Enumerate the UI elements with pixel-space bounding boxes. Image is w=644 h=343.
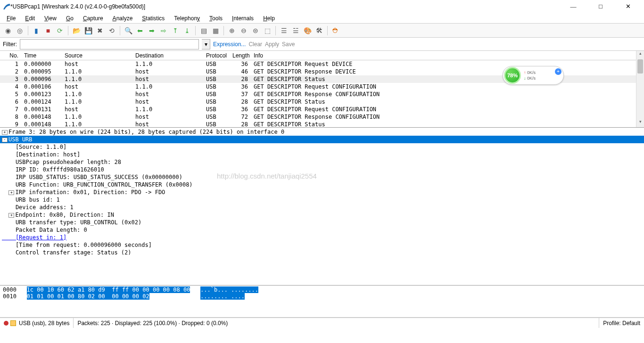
menu-help[interactable]: Help <box>259 14 279 23</box>
detail-line[interactable]: [Source: 1.1.0] <box>0 143 644 151</box>
menu-file[interactable]: File <box>3 14 19 23</box>
statusbar: USB (usb), 28 bytes Packets: 225 · Displ… <box>0 318 644 328</box>
minimize-button[interactable]: — <box>564 3 583 10</box>
maximize-button[interactable]: □ <box>591 3 610 10</box>
hex-row-0[interactable]: 0000 1c 00 10 60 62 a1 80 d9 ff ff 00 00… <box>3 286 641 293</box>
filter-save[interactable]: Save <box>282 41 295 48</box>
stop-capture-icon[interactable]: ■ <box>43 25 53 36</box>
menubar: File Edit View Go Capture Analyze Statis… <box>0 13 644 24</box>
detail-frame[interactable]: +Frame 3: 28 bytes on wire (224 bits), 2… <box>0 128 644 136</box>
menu-capture[interactable]: Capture <box>79 14 107 23</box>
detail-line[interactable]: [Time from request: 0.000096000 seconds] <box>0 241 644 249</box>
filter-clear[interactable]: Clear <box>248 41 262 48</box>
detail-request-in[interactable]: [Request in: 1] <box>0 234 644 241</box>
reload-icon[interactable]: ⟲ <box>107 25 117 36</box>
packet-list-pane[interactable]: No. Time Source Destination Protocol Len… <box>0 51 644 128</box>
filter-apply[interactable]: Apply <box>265 41 279 48</box>
packet-row[interactable]: 60.0001241.1.0hostUSB28GET DESCRIPTOR St… <box>0 98 644 106</box>
zoom-reset-icon[interactable]: ⊜ <box>250 25 261 36</box>
network-speed-widget[interactable]: 78% 0K/s 0K/s + <box>503 66 564 85</box>
go-first-icon[interactable]: ⤒ <box>170 25 181 36</box>
detail-irp-info[interactable]: +IRP information: 0x01, Direction: PDO -… <box>0 188 644 196</box>
col-header-protocol[interactable]: Protocol <box>203 52 230 59</box>
menu-edit[interactable]: Edit <box>21 14 39 23</box>
packet-row[interactable]: 90.0001481.1.0hostUSB28GET DESCRIPTOR St… <box>0 121 644 128</box>
packet-row[interactable]: 80.0001481.1.0hostUSB72GET DESCRIPTOR Re… <box>0 113 644 121</box>
detail-line[interactable]: Device address: 1 <box>0 204 644 211</box>
status-left: USB (usb), 28 bytes <box>0 318 74 328</box>
detail-line[interactable]: URB transfer type: URB_CONTROL (0x02) <box>0 219 644 226</box>
menu-go[interactable]: Go <box>62 14 77 23</box>
filter-dropdown[interactable]: ▾ <box>202 39 210 49</box>
menu-internals[interactable]: Internals <box>228 14 257 23</box>
toolbar: ◉ ◎ ▮ ■ ⟳ 📂 💾 ✖ ⟲ 🔍 ⬅ ➡ ⇨ ⤒ ⤓ ▤ ▦ ⊕ ⊖ ⊜ … <box>0 24 644 38</box>
detail-line[interactable]: URB bus id: 1 <box>0 196 644 204</box>
close-capture-icon[interactable]: ✖ <box>95 25 105 36</box>
zoom-in-icon[interactable]: ⊕ <box>227 25 237 36</box>
hex-row-1[interactable]: 0010 01 01 00 01 00 80 02 00 00 00 00 02… <box>3 293 641 300</box>
colorize-icon[interactable]: ▦ <box>210 25 221 36</box>
col-header-time[interactable]: Time <box>21 52 62 59</box>
col-header-source[interactable]: Source <box>62 52 132 59</box>
options-icon[interactable]: ◎ <box>15 25 25 36</box>
menu-tools[interactable]: Tools <box>206 14 226 23</box>
detail-line[interactable]: Control transfer stage: Status (2) <box>0 249 644 256</box>
open-icon[interactable]: 📂 <box>71 25 82 36</box>
col-header-destination[interactable]: Destination <box>132 52 203 59</box>
go-back-icon[interactable]: ⬅ <box>135 25 145 36</box>
restart-capture-icon[interactable]: ⟳ <box>55 25 65 36</box>
col-header-no[interactable]: No. <box>0 52 21 59</box>
display-filters-icon[interactable]: ☱ <box>290 25 301 36</box>
widget-plus-icon[interactable]: + <box>555 68 561 75</box>
col-header-length[interactable]: Length <box>230 52 251 59</box>
speed-percent-circle: 78% <box>504 67 521 84</box>
coloring-rules-icon[interactable]: 🎨 <box>302 25 313 36</box>
menu-statistics[interactable]: Statistics <box>138 14 168 23</box>
detail-line[interactable]: IRP USBD_STATUS: USBD_STATUS_SUCCESS (0x… <box>0 173 644 181</box>
detail-line[interactable]: Packet Data Length: 0 <box>0 226 644 234</box>
go-forward-icon[interactable]: ➡ <box>147 25 157 36</box>
status-mid: Packets: 225 · Displayed: 225 (100.0%) ·… <box>74 318 599 328</box>
go-to-icon[interactable]: ⇨ <box>158 25 169 36</box>
menu-telephony[interactable]: Telephony <box>170 14 204 23</box>
find-icon[interactable]: 🔍 <box>123 25 133 36</box>
go-last-icon[interactable]: ⤓ <box>182 25 192 36</box>
interfaces-icon[interactable]: ◉ <box>3 25 13 36</box>
window-title: *USBPcap1 [Wireshark 2.4.0 (v2.4.0-0-g9b… <box>10 3 564 10</box>
speed-rates: 0K/s 0K/s <box>524 70 536 81</box>
packet-details-pane[interactable]: +Frame 3: 28 bytes on wire (224 bits), 2… <box>0 128 644 286</box>
packet-row[interactable]: 70.000131host1.1.0USB36GET DESCRIPTOR Re… <box>0 106 644 113</box>
detail-line[interactable]: USBPcap pseudoheader length: 28 <box>0 158 644 166</box>
hex-pane[interactable]: 0000 1c 00 10 60 62 a1 80 d9 ff ff 00 00… <box>0 286 644 318</box>
start-capture-icon[interactable]: ▮ <box>31 25 41 36</box>
packet-row[interactable]: 50.0001231.1.0hostUSB37GET DESCRIPTOR Re… <box>0 90 644 98</box>
packet-list-header[interactable]: No. Time Source Destination Protocol Len… <box>0 51 644 60</box>
menu-view[interactable]: View <box>41 14 60 23</box>
packet-list-scrollbar[interactable]: ▴ ▾ <box>636 51 644 127</box>
detail-line[interactable]: URB Function: URB_FUNCTION_CONTROL_TRANS… <box>0 181 644 188</box>
detail-usb-urb[interactable]: -USB URB <box>0 136 644 143</box>
zoom-out-icon[interactable]: ⊖ <box>239 25 249 36</box>
prefs-icon[interactable]: 🛠 <box>314 25 324 36</box>
wireshark-icon <box>3 3 10 10</box>
capture-filters-icon[interactable]: ☰ <box>279 25 289 36</box>
titlebar: *USBPcap1 [Wireshark 2.4.0 (v2.4.0-0-g9b… <box>0 0 644 13</box>
menu-analyze[interactable]: Analyze <box>109 14 137 23</box>
filter-bar: Filter: ▾ Expression... Clear Apply Save <box>0 38 644 51</box>
annotation-icon[interactable] <box>10 320 16 326</box>
col-header-info[interactable]: Info <box>251 52 644 59</box>
save-icon[interactable]: 💾 <box>83 25 93 36</box>
detail-line[interactable]: [Destination: host] <box>0 151 644 158</box>
filter-input[interactable] <box>20 39 199 49</box>
autoscroll-icon[interactable]: ▤ <box>198 25 209 36</box>
status-profile[interactable]: Profile: Default <box>599 318 644 328</box>
expert-info-icon[interactable] <box>4 321 8 326</box>
close-button[interactable]: ✕ <box>619 3 637 10</box>
help-icon[interactable]: ⛑ <box>330 25 341 36</box>
filter-label: Filter: <box>3 41 17 48</box>
filter-expression[interactable]: Expression... <box>213 41 246 48</box>
detail-endpoint[interactable]: +Endpoint: 0x80, Direction: IN <box>0 211 644 219</box>
resize-cols-icon[interactable]: ⬚ <box>262 25 272 36</box>
detail-line[interactable]: IRP ID: 0xffffd980a1626010 <box>0 166 644 173</box>
